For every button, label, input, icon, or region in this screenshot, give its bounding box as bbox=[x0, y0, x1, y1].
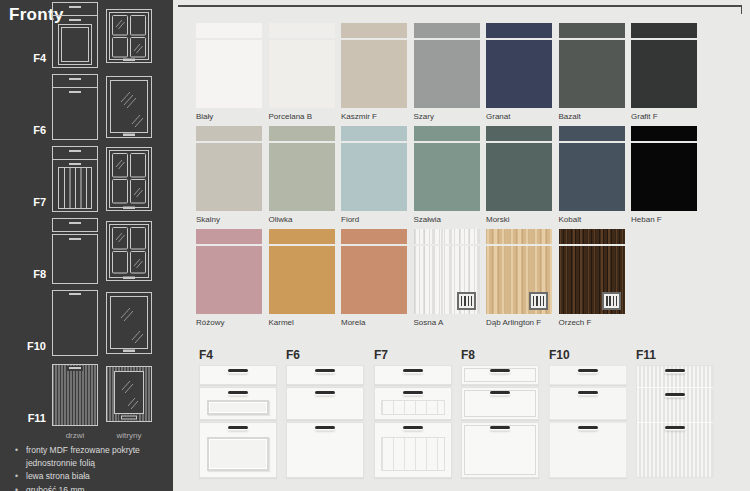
swatch-label: Orzech F bbox=[559, 318, 625, 327]
swatch-label: Morski bbox=[486, 215, 552, 224]
drawer bbox=[286, 365, 364, 385]
palette-row: Różowy Karmel Morela Sosna A Dąb Arlingt… bbox=[196, 229, 625, 327]
wood-grain-icon bbox=[602, 292, 621, 310]
color-swatch: Sosna A bbox=[414, 229, 480, 327]
color-swatch: Karmel bbox=[269, 229, 335, 327]
swatch-chip bbox=[269, 126, 335, 211]
color-swatch: Fiord bbox=[341, 126, 407, 224]
inset-panel bbox=[207, 437, 269, 471]
color-swatch: Grafit F bbox=[631, 23, 697, 121]
swatch-label: Fiord bbox=[341, 215, 407, 224]
front-card-f11: F11 bbox=[636, 348, 714, 478]
front-card-label: F10 bbox=[549, 348, 627, 365]
color-swatch: Bazalt bbox=[559, 23, 625, 121]
vitrines-column-label: witryny bbox=[104, 431, 154, 440]
door-f10-icon bbox=[52, 290, 98, 360]
front-card-label: F4 bbox=[199, 348, 277, 365]
swatch-label: Szałwia bbox=[414, 215, 480, 224]
drawer bbox=[374, 387, 452, 420]
vitrine-f4-icon bbox=[106, 9, 152, 67]
slat-panel bbox=[381, 437, 445, 471]
color-swatch: Różowy bbox=[196, 229, 262, 327]
color-swatch: Morela bbox=[341, 229, 407, 327]
color-swatch: Skalny bbox=[196, 126, 262, 224]
door-f11-icon bbox=[52, 364, 98, 430]
handle-icon bbox=[315, 391, 335, 394]
swatch-chip bbox=[559, 23, 625, 108]
front-row-f8: F8 bbox=[0, 218, 173, 286]
swatch-chip bbox=[414, 126, 480, 211]
swatch-label: Szary bbox=[414, 112, 480, 121]
note-item: grubość 16 mm bbox=[14, 484, 160, 491]
outline-frame bbox=[464, 390, 536, 417]
swatch-chip bbox=[631, 23, 697, 108]
front-card-drawing bbox=[549, 365, 627, 478]
inset-panel bbox=[207, 400, 269, 415]
color-swatch: Heban F bbox=[631, 126, 697, 224]
handle-icon bbox=[490, 369, 510, 372]
vitrine-f11-icon bbox=[106, 366, 152, 426]
fluted-front bbox=[636, 365, 714, 478]
swatch-label: Porcelana B bbox=[269, 112, 335, 121]
drawer bbox=[461, 387, 539, 420]
drawer bbox=[549, 365, 627, 385]
handle-icon bbox=[228, 391, 248, 394]
drawer bbox=[549, 387, 627, 420]
color-swatch: Szałwia bbox=[414, 126, 480, 224]
color-swatch: Granat bbox=[486, 23, 552, 121]
swatch-label: Grafit F bbox=[631, 112, 697, 121]
front-card-label: F7 bbox=[374, 348, 452, 365]
handle-icon bbox=[665, 369, 685, 372]
front-row-f6: F6 bbox=[0, 74, 173, 142]
swatch-chip bbox=[341, 23, 407, 108]
swatch-chip bbox=[631, 126, 697, 211]
drawer bbox=[199, 387, 277, 420]
swatch-chip bbox=[269, 23, 335, 108]
front-card-drawing bbox=[199, 365, 277, 478]
handle-icon bbox=[490, 391, 510, 394]
slat-panel bbox=[381, 400, 445, 415]
color-swatch: Orzech F bbox=[559, 229, 625, 327]
front-card-f10: F10 bbox=[549, 348, 627, 478]
swatch-label: Kobalt bbox=[559, 215, 625, 224]
front-card-f7: F7 bbox=[374, 348, 452, 478]
color-swatch: Dąb Arlington F bbox=[486, 229, 552, 327]
vitrine-f10-icon bbox=[106, 292, 152, 358]
swatch-label: Morela bbox=[341, 318, 407, 327]
handle-icon bbox=[228, 426, 248, 429]
wood-grain-icon bbox=[457, 292, 476, 310]
drawer bbox=[549, 422, 627, 478]
swatch-chip bbox=[341, 126, 407, 211]
front-card-drawing bbox=[286, 365, 364, 478]
front-row-f11: F11 bbox=[0, 362, 173, 430]
swatch-label: Oliwka bbox=[269, 215, 335, 224]
handle-icon bbox=[315, 369, 335, 372]
door-f8-icon bbox=[52, 218, 98, 288]
swatch-chip bbox=[486, 126, 552, 211]
handle-icon bbox=[403, 426, 423, 429]
front-card-label: F6 bbox=[286, 348, 364, 365]
drawer bbox=[199, 422, 277, 478]
note-item: lewa strona biała bbox=[14, 470, 160, 483]
catalog-page: Fronty F4 bbox=[0, 0, 750, 491]
swatch-label: Karmel bbox=[269, 318, 335, 327]
swatch-chip bbox=[196, 229, 262, 314]
front-row-label: F11 bbox=[0, 412, 46, 424]
door-f7-icon bbox=[52, 146, 98, 216]
swatch-label: Granat bbox=[486, 112, 552, 121]
color-swatch: Kaszmir F bbox=[341, 23, 407, 121]
front-card-drawing bbox=[461, 365, 539, 478]
drawer bbox=[374, 365, 452, 385]
swatch-chip bbox=[559, 126, 625, 211]
swatch-chip bbox=[559, 229, 625, 314]
swatch-label: Dąb Arlington F bbox=[486, 318, 552, 327]
swatch-label: Kaszmir F bbox=[341, 112, 407, 121]
swatch-chip bbox=[414, 229, 480, 314]
drawer bbox=[286, 387, 364, 420]
color-swatch: Biały bbox=[196, 23, 262, 121]
swatch-label: Biały bbox=[196, 112, 262, 121]
swatch-chip bbox=[486, 23, 552, 108]
swatch-label: Sosna A bbox=[414, 318, 480, 327]
swatch-chip bbox=[269, 229, 335, 314]
handle-icon bbox=[490, 426, 510, 429]
